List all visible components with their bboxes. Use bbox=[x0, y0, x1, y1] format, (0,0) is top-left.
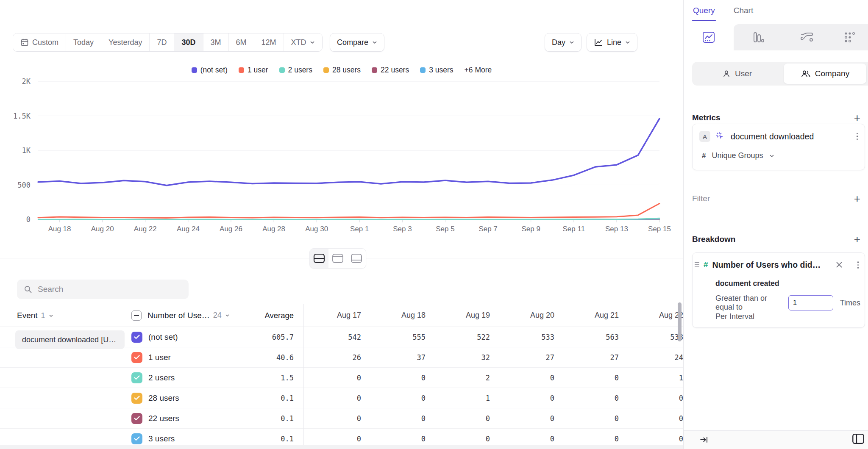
granularity-button[interactable]: Day bbox=[545, 33, 581, 52]
legend-item[interactable]: (not set) bbox=[192, 66, 228, 75]
vertical-scrollbar[interactable] bbox=[678, 302, 682, 341]
range-button-today[interactable]: Today bbox=[66, 33, 101, 51]
number-property-icon: # bbox=[704, 260, 708, 269]
metric-card[interactable]: A document downloaded # Unique Groups bbox=[692, 124, 865, 170]
series-checkbox[interactable] bbox=[131, 393, 142, 404]
legend-label: 28 users bbox=[332, 66, 361, 75]
layout-toggle-group bbox=[309, 248, 366, 269]
series-line[interactable] bbox=[38, 204, 659, 218]
layout-chart-button[interactable] bbox=[328, 249, 347, 268]
event-column-header[interactable]: Event 1 bbox=[17, 304, 53, 327]
scope-company-option[interactable]: Company bbox=[784, 64, 866, 84]
x-axis-tick-label: Sep 15 bbox=[648, 225, 671, 233]
cell-value: 1 bbox=[619, 374, 683, 382]
average-value: 0.1 bbox=[252, 435, 294, 443]
cell-value: 0 bbox=[426, 414, 490, 423]
x-axis-tick-label: Aug 26 bbox=[220, 225, 242, 233]
cell-value: 0 bbox=[619, 414, 683, 423]
chart-type-button[interactable]: Line bbox=[587, 33, 637, 52]
add-metric-button[interactable]: + bbox=[854, 112, 860, 123]
date-column-header[interactable]: Aug 21 bbox=[554, 311, 619, 320]
average-column-header: Average bbox=[252, 311, 294, 320]
legend-item[interactable]: 3 users bbox=[420, 66, 453, 75]
horizontal-scrollbar[interactable] bbox=[0, 445, 683, 449]
add-filter-button[interactable]: + bbox=[854, 193, 860, 204]
chart-type-line-tile[interactable] bbox=[684, 24, 734, 50]
legend-item[interactable]: 22 users bbox=[372, 66, 409, 75]
person-icon bbox=[722, 69, 731, 78]
breakdown-condition-row: Greater than or equal to Times bbox=[715, 294, 860, 312]
chart-type-bar-tile[interactable] bbox=[734, 24, 782, 50]
close-icon[interactable] bbox=[835, 260, 844, 269]
chart-type-grid-tile[interactable] bbox=[831, 24, 868, 50]
legend-label: (not set) bbox=[200, 66, 228, 75]
x-axis-tick-label: Aug 22 bbox=[134, 225, 157, 233]
x-axis-tick-label: Sep 7 bbox=[479, 225, 497, 233]
layout-split-button[interactable] bbox=[310, 249, 328, 268]
range-button-xtd[interactable]: XTD bbox=[284, 33, 322, 51]
times-value-input[interactable] bbox=[788, 295, 833, 310]
chart-type-flow-tile[interactable] bbox=[782, 24, 831, 50]
people-icon bbox=[801, 69, 811, 78]
range-button-7d[interactable]: 7D bbox=[150, 33, 174, 51]
check-icon bbox=[134, 335, 140, 339]
legend-item[interactable]: 2 users bbox=[279, 66, 312, 75]
search-input[interactable] bbox=[38, 285, 182, 294]
scope-user-option[interactable]: User bbox=[692, 64, 782, 84]
cell-value: 37 bbox=[361, 353, 426, 362]
date-column-header[interactable]: Aug 18 bbox=[361, 311, 426, 320]
series-line[interactable] bbox=[38, 119, 659, 186]
kebab-menu-icon[interactable] bbox=[855, 131, 860, 142]
select-all-checkbox[interactable] bbox=[131, 310, 142, 321]
measure-selector[interactable]: Unique Groups bbox=[712, 151, 763, 160]
tab-chart[interactable]: Chart bbox=[734, 6, 753, 21]
x-axis-tick-label: Sep 11 bbox=[562, 225, 585, 233]
series-checkbox[interactable] bbox=[131, 332, 142, 343]
series-checkbox[interactable] bbox=[131, 433, 142, 444]
cell-value: 0 bbox=[300, 435, 361, 443]
cell-value: 0 bbox=[361, 414, 426, 423]
main-area: CustomTodayYesterday7D30D3M6M12MXTD Comp… bbox=[0, 0, 683, 449]
kebab-menu-icon[interactable] bbox=[856, 260, 861, 270]
tab-query[interactable]: Query bbox=[693, 6, 715, 21]
compare-button[interactable]: Compare bbox=[330, 33, 384, 52]
toolbar: CustomTodayYesterday7D30D3M6M12MXTD Comp… bbox=[13, 33, 675, 52]
cell-value: 2 bbox=[426, 374, 490, 382]
range-button-30d[interactable]: 30D bbox=[174, 33, 203, 51]
sidebar-toggle-icon[interactable] bbox=[852, 433, 865, 446]
chevron-down-icon bbox=[225, 314, 230, 317]
cell-value: 0 bbox=[361, 374, 426, 382]
date-column-header[interactable]: Aug 20 bbox=[490, 311, 554, 320]
date-column-header[interactable]: Aug 19 bbox=[426, 311, 490, 320]
series-checkbox[interactable] bbox=[131, 413, 142, 424]
date-column-header[interactable]: Aug 22 bbox=[619, 311, 683, 320]
series-checkbox[interactable] bbox=[131, 372, 142, 383]
filter-section-header: Filter + bbox=[692, 193, 860, 204]
series-line[interactable] bbox=[38, 218, 659, 219]
check-icon bbox=[134, 416, 140, 421]
per-interval-label: Per Interval bbox=[715, 312, 754, 321]
range-button-6m[interactable]: 6M bbox=[229, 33, 254, 51]
breakdown-card[interactable]: # Number of Users who did… document crea… bbox=[692, 252, 865, 328]
series-column-header[interactable]: Number of Use… 24 bbox=[147, 311, 252, 320]
legend-item[interactable]: 28 users bbox=[323, 66, 361, 75]
range-button-custom[interactable]: Custom bbox=[13, 33, 66, 51]
cell-value: 0 bbox=[619, 435, 683, 443]
series-checkbox[interactable] bbox=[131, 352, 142, 363]
layout-table-button[interactable] bbox=[347, 249, 366, 268]
range-button-yesterday[interactable]: Yesterday bbox=[101, 33, 150, 51]
row-values: 000000 bbox=[300, 435, 683, 443]
legend-item[interactable]: 1 user bbox=[239, 66, 268, 75]
y-axis-tick-label: 500 bbox=[17, 181, 31, 189]
cell-value: 0 bbox=[300, 414, 361, 423]
date-column-header[interactable]: Aug 17 bbox=[300, 311, 361, 320]
cell-value: 0 bbox=[300, 374, 361, 382]
collapse-panel-icon[interactable] bbox=[700, 435, 709, 446]
range-button-3m[interactable]: 3M bbox=[203, 33, 229, 51]
range-button-12m[interactable]: 12M bbox=[254, 33, 284, 51]
drag-handle-icon[interactable] bbox=[695, 262, 699, 267]
series-count: 24 bbox=[213, 311, 222, 320]
legend-more-button[interactable]: +6 More bbox=[465, 66, 492, 75]
add-breakdown-button[interactable]: + bbox=[854, 234, 860, 245]
event-list-item[interactable]: document downloaded [U… bbox=[15, 330, 125, 349]
